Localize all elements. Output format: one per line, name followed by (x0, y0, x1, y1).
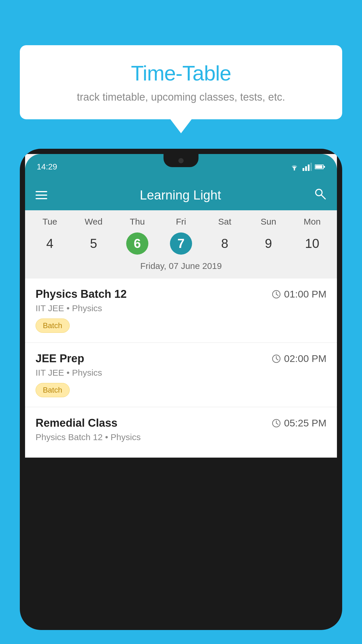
svg-rect-2 (305, 166, 307, 171)
notch (164, 154, 198, 167)
svg-rect-3 (308, 164, 310, 171)
schedule-title-1: Physics Batch 12 (36, 288, 127, 300)
schedule-time-3: 05:25 PM (272, 417, 326, 429)
date-5[interactable]: 5 (72, 236, 115, 251)
schedule-content: Physics Batch 12 01:00 PM IIT JEE • Phys… (25, 279, 337, 458)
calendar-dates: 4 5 6 7 8 9 10 (28, 230, 334, 258)
signal-icon (303, 163, 312, 171)
svg-point-0 (294, 169, 295, 171)
day-thu: Thu (115, 217, 159, 227)
bubble-title: Time-Table (31, 61, 331, 85)
time-label-2: 02:00 PM (284, 353, 326, 364)
batch-badge-2: Batch (36, 383, 70, 397)
status-icons (289, 163, 325, 171)
hamburger-menu-icon[interactable] (36, 191, 47, 199)
bubble-subtitle: track timetable, upcoming classes, tests… (31, 91, 331, 103)
time-label-3: 05:25 PM (284, 417, 326, 429)
date-8[interactable]: 8 (203, 236, 247, 251)
phone-frame: 14:29 (20, 149, 342, 630)
date-today-circle[interactable]: 6 (126, 232, 148, 255)
camera-dot (178, 158, 184, 163)
schedule-item-3-header: Remedial Class 05:25 PM (36, 417, 326, 429)
day-sat: Sat (203, 217, 247, 227)
day-sun: Sun (247, 217, 290, 227)
app-bar: Learning Light (25, 180, 337, 210)
phone-screen: 14:29 (25, 154, 337, 458)
date-6[interactable]: 6 (115, 232, 159, 255)
svg-rect-4 (310, 163, 312, 171)
phone-container: 14:29 (20, 149, 342, 644)
day-tue: Tue (28, 217, 72, 227)
schedule-title-3: Remedial Class (36, 417, 117, 429)
schedule-item-1[interactable]: Physics Batch 12 01:00 PM IIT JEE • Phys… (25, 279, 337, 342)
schedule-subtitle-2: IIT JEE • Physics (36, 368, 326, 378)
status-bar: 14:29 (25, 154, 337, 180)
wifi-icon (289, 163, 300, 171)
svg-line-15 (276, 359, 278, 360)
svg-rect-1 (303, 168, 304, 171)
schedule-time-2: 02:00 PM (272, 353, 326, 364)
date-10[interactable]: 10 (290, 236, 334, 251)
date-selected-circle[interactable]: 7 (170, 232, 192, 255)
selected-date-label: Friday, 07 June 2019 (28, 258, 334, 276)
status-time: 14:29 (37, 162, 57, 172)
date-9[interactable]: 9 (247, 236, 290, 251)
schedule-subtitle-3: Physics Batch 12 • Physics (36, 432, 326, 442)
day-fri: Fri (159, 217, 203, 227)
schedule-time-1: 01:00 PM (272, 288, 326, 300)
schedule-item-1-header: Physics Batch 12 01:00 PM (36, 288, 326, 300)
date-7[interactable]: 7 (159, 232, 203, 255)
svg-rect-6 (315, 165, 322, 168)
svg-rect-7 (324, 166, 325, 168)
search-icon[interactable] (314, 187, 326, 203)
svg-line-18 (276, 423, 278, 424)
svg-line-12 (276, 294, 278, 295)
date-4[interactable]: 4 (28, 236, 72, 251)
battery-icon (315, 164, 325, 170)
calendar-days-header: Tue Wed Thu Fri Sat Sun Mon (28, 217, 334, 230)
time-label-1: 01:00 PM (284, 288, 326, 300)
schedule-item-2-header: JEE Prep 02:00 PM (36, 352, 326, 365)
calendar-section: Tue Wed Thu Fri Sat Sun Mon 4 5 6 7 (25, 210, 337, 279)
day-mon: Mon (290, 217, 334, 227)
clock-icon-3 (272, 419, 281, 428)
schedule-title-2: JEE Prep (36, 352, 84, 365)
svg-line-9 (321, 195, 325, 199)
schedule-item-2[interactable]: JEE Prep 02:00 PM IIT JEE • Physics Batc… (25, 343, 337, 407)
speech-bubble-container: Time-Table track timetable, upcoming cla… (20, 45, 342, 119)
clock-icon-1 (272, 290, 281, 299)
day-wed: Wed (72, 217, 115, 227)
svg-point-8 (316, 189, 322, 196)
speech-bubble: Time-Table track timetable, upcoming cla… (20, 45, 342, 119)
app-bar-title: Learning Light (140, 188, 221, 202)
schedule-item-3[interactable]: Remedial Class 05:25 PM Physics Batch 12… (25, 407, 337, 457)
batch-badge-1: Batch (36, 318, 70, 333)
clock-icon-2 (272, 354, 281, 363)
schedule-subtitle-1: IIT JEE • Physics (36, 303, 326, 313)
